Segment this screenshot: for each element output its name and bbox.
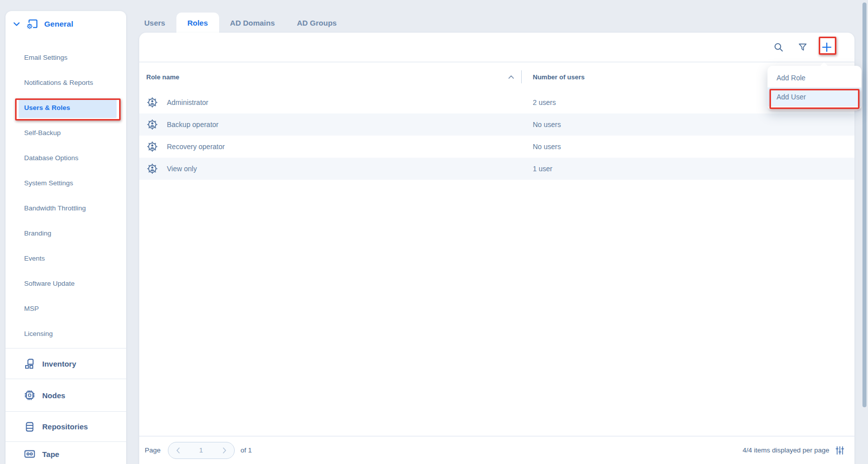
sidebar-section-nodes[interactable]: Nodes xyxy=(6,379,126,411)
sidebar-item-branding[interactable]: Branding xyxy=(6,220,126,246)
sidebar-item-notifications-reports[interactable]: Notifications & Reports xyxy=(6,70,126,95)
menu-item-add-user[interactable]: Add User xyxy=(767,87,861,106)
sidebar-item-database-options[interactable]: Database Options xyxy=(6,145,126,170)
nodes-icon xyxy=(24,389,36,401)
repositories-icon xyxy=(24,421,36,433)
search-button[interactable] xyxy=(772,41,785,54)
table-row[interactable]: View only 1 user xyxy=(139,158,854,180)
page-total: of 1 xyxy=(241,446,252,454)
previous-page-button[interactable] xyxy=(173,445,184,456)
sidebar: General Email Settings Notifications & R… xyxy=(6,11,126,464)
next-page-button[interactable] xyxy=(219,445,230,456)
sidebar-section-repositories[interactable]: Repositories xyxy=(6,411,126,441)
table-body: Administrator 2 users Backup operator No… xyxy=(139,91,854,180)
chevron-down-icon xyxy=(12,20,21,29)
sidebar-item-self-backup[interactable]: Self-Backup xyxy=(6,120,126,145)
tab-ad-groups[interactable]: AD Groups xyxy=(286,13,348,33)
general-settings-icon xyxy=(25,18,39,31)
inventory-icon xyxy=(24,358,36,370)
search-icon xyxy=(773,42,784,53)
table-row[interactable]: Recovery operator No users xyxy=(139,136,854,158)
table-row[interactable]: Administrator 2 users xyxy=(139,91,854,113)
sidebar-item-email-settings[interactable]: Email Settings xyxy=(6,45,126,70)
sidebar-item-system-settings[interactable]: System Settings xyxy=(6,170,126,195)
page-label: Page xyxy=(145,446,161,454)
sidebar-item-licensing[interactable]: Licensing xyxy=(6,321,126,346)
sidebar-section-general[interactable]: General xyxy=(6,11,126,37)
sidebar-item-software-update[interactable]: Software Update xyxy=(6,271,126,296)
sidebar-section-label: General xyxy=(44,20,73,29)
vertical-scrollbar[interactable] xyxy=(862,3,866,407)
chevron-right-icon xyxy=(219,445,229,455)
tab-ad-domains[interactable]: AD Domains xyxy=(219,13,286,33)
sidebar-item-bandwidth-throttling[interactable]: Bandwidth Throttling xyxy=(6,195,126,220)
tab-roles[interactable]: Roles xyxy=(176,13,219,33)
sidebar-item-users-roles[interactable]: Users & Roles xyxy=(6,95,126,120)
table-row[interactable]: Backup operator No users xyxy=(139,113,854,136)
table-footer: Page 1 of 1 4/4 items displayed per page xyxy=(139,436,854,464)
sidebar-item-events[interactable]: Events xyxy=(6,246,126,271)
role-icon xyxy=(146,119,158,131)
column-divider xyxy=(521,70,522,83)
tab-users[interactable]: Users xyxy=(139,13,176,33)
sidebar-section-inventory[interactable]: Inventory xyxy=(6,348,126,379)
menu-item-add-role[interactable]: Add Role xyxy=(767,68,861,87)
role-icon xyxy=(146,141,158,153)
items-per-page-button[interactable] xyxy=(834,445,845,456)
items-per-page-sliders-icon xyxy=(835,445,845,455)
add-icon xyxy=(820,41,833,54)
column-number-of-users[interactable]: Number of users xyxy=(533,73,585,81)
pager: 1 xyxy=(168,442,235,459)
add-menu: Add Role Add User xyxy=(767,66,861,110)
filter-button[interactable] xyxy=(796,41,809,54)
page-number[interactable]: 1 xyxy=(199,446,203,454)
toolbar xyxy=(139,33,854,62)
tab-bar: Users Roles AD Domains AD Groups xyxy=(139,13,348,33)
chevron-left-icon xyxy=(173,445,183,455)
filter-icon xyxy=(797,42,808,53)
sidebar-section-tape[interactable]: Tape xyxy=(6,441,126,464)
role-icon xyxy=(146,96,158,108)
add-button[interactable] xyxy=(820,41,833,54)
sidebar-item-msp[interactable]: MSP xyxy=(6,296,126,321)
table-header: Role name Number of users xyxy=(139,62,854,91)
sort-asc-icon[interactable] xyxy=(505,71,517,83)
roles-panel: Role name Number of users Administrator … xyxy=(139,33,854,464)
general-items: Email Settings Notifications & Reports U… xyxy=(6,37,126,348)
role-icon xyxy=(146,163,158,175)
column-role-name[interactable]: Role name xyxy=(139,73,179,81)
items-per-page-summary: 4/4 items displayed per page xyxy=(742,446,829,454)
tape-icon xyxy=(24,448,36,460)
